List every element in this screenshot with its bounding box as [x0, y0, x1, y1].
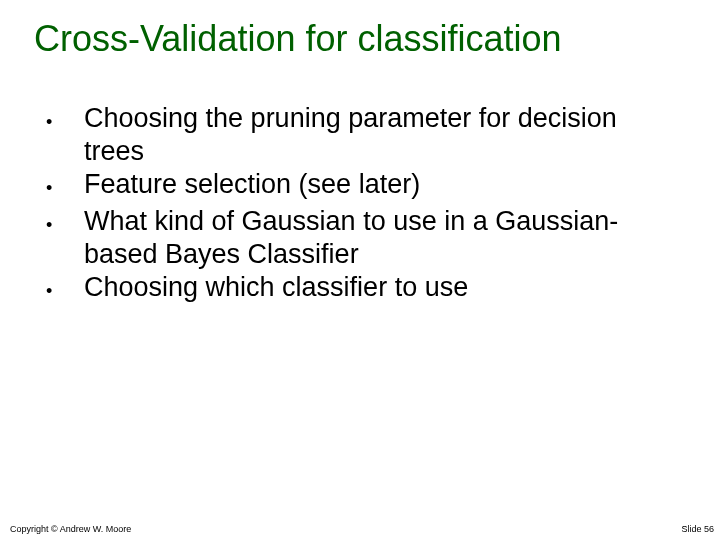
list-item: • What kind of Gaussian to use in a Gaus…: [44, 205, 680, 271]
list-item: • Choosing which classifier to use: [44, 271, 680, 308]
slide: Cross-Validation for classification • Ch…: [0, 0, 720, 540]
bullet-icon: •: [44, 102, 84, 139]
bullet-text: Feature selection (see later): [84, 168, 680, 201]
bullet-text: What kind of Gaussian to use in a Gaussi…: [84, 205, 680, 271]
bullet-text: Choosing which classifier to use: [84, 271, 680, 304]
footer-copyright: Copyright © Andrew W. Moore: [10, 524, 131, 534]
bullet-icon: •: [44, 168, 84, 205]
list-item: • Choosing the pruning parameter for dec…: [44, 102, 680, 168]
bullet-text: Choosing the pruning parameter for decis…: [84, 102, 680, 168]
bullet-icon: •: [44, 271, 84, 308]
footer-slide-number: Slide 56: [681, 524, 714, 534]
slide-body: • Choosing the pruning parameter for dec…: [0, 60, 720, 308]
slide-title: Cross-Validation for classification: [0, 0, 720, 60]
bullet-icon: •: [44, 205, 84, 242]
list-item: • Feature selection (see later): [44, 168, 680, 205]
